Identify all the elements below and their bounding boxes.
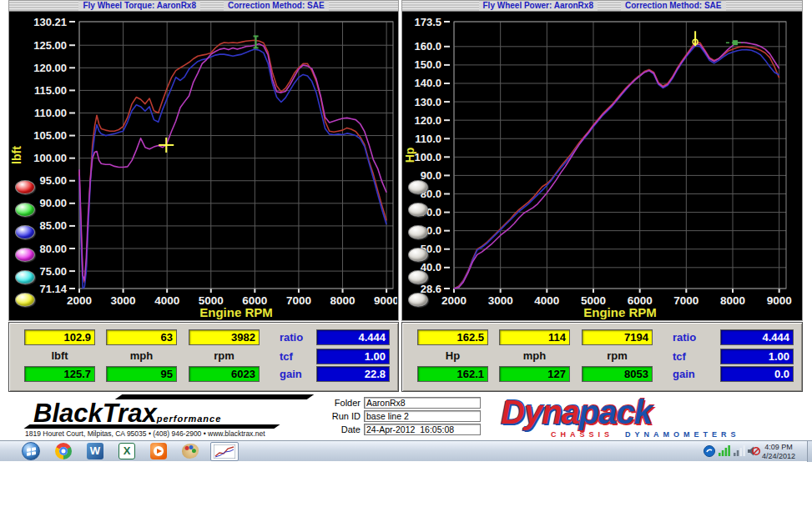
x-tick-label: 3000 [488, 294, 513, 307]
date-label: Date [324, 424, 361, 435]
power-channel-button-4[interactable] [408, 248, 428, 262]
torque-peak-mph: 95 [106, 366, 177, 382]
torque-chart-title: Fly Wheel Torque: AaronRx8 [78, 1, 200, 11]
y-tick-label: 100.0 [414, 151, 441, 163]
ratio-value: 4.444 [720, 329, 794, 345]
x-tick-label: 8000 [330, 294, 356, 307]
torque-channel-button-5[interactable] [15, 270, 35, 284]
torque-chart-titlebar[interactable]: Fly Wheel Torque: AaronRx8 Correction Me… [9, 1, 398, 12]
cursor-line-marker[interactable] [693, 31, 698, 46]
gain-label: gain [280, 366, 316, 382]
tray-app-icon[interactable] [704, 445, 715, 457]
network-signal-icon[interactable] [734, 445, 745, 456]
chrome-icon[interactable] [55, 443, 72, 459]
excel-icon[interactable]: X [119, 443, 135, 459]
power-chart-titlebar[interactable]: Fly Wheel Power: AaronRx8 Correction Met… [402, 1, 802, 12]
folder-field[interactable] [364, 397, 481, 409]
y-tick-label: 120.0 [414, 114, 441, 127]
cursor-cross-marker[interactable] [159, 138, 174, 153]
torque-plot-area[interactable]: 130.21125.00120.00115.00110.00105.00100.… [10, 13, 397, 319]
windows-flag-icon [27, 447, 36, 456]
taskbar-clock[interactable]: 4:09 PM 4/24/2012 [755, 443, 802, 460]
y-axis-title: Hp [403, 148, 416, 163]
blacktrax-tagline: performance [157, 414, 222, 424]
y-tick-label: 130.0 [414, 96, 441, 108]
y-tick-label: 80.00 [39, 243, 67, 255]
torque-cursor-mph: 63 [106, 329, 177, 345]
y-tick-label: 105.00 [33, 129, 67, 142]
peak-ibeam-marker[interactable] [254, 36, 259, 48]
power-cursor-mph: 114 [499, 329, 570, 345]
mph-unit-label: mph [499, 349, 570, 362]
torque-series-magenta [79, 44, 386, 280]
x-tick-label: 3000 [111, 294, 136, 307]
x-axis-title: Engine RPM [583, 305, 657, 319]
blacktrax-bottom-bar [23, 424, 280, 429]
power-series-magenta [454, 43, 779, 289]
y-tick-label: 28.6 [421, 283, 441, 295]
rpm-unit-label: rpm [582, 349, 653, 362]
y-tick-label: 85.00 [39, 219, 67, 232]
power-peak-rpm: 8053 [582, 366, 653, 382]
power-chart-title: Fly Wheel Power: AaronRx8 [479, 1, 598, 11]
power-chart-svg: 173.5160.0150.0140.0130.0120.0110.0100.0… [403, 13, 801, 319]
x-tick-label: 9000 [767, 294, 792, 307]
power-channel-button-2[interactable] [408, 203, 428, 217]
ratio-label: ratio [673, 329, 709, 345]
run-id-field[interactable] [364, 410, 481, 422]
power-channel-button-3[interactable] [408, 225, 428, 239]
folder-label: Folder [324, 397, 361, 409]
x-tick-label: 7000 [286, 294, 311, 307]
y-tick-label: 100.00 [33, 152, 67, 164]
power-plot-area[interactable]: 173.5160.0150.0140.0130.0120.0110.0100.0… [403, 13, 801, 319]
date-field[interactable] [364, 424, 481, 435]
power-correction-method: Correction Method: SAE [621, 1, 726, 11]
dyno-app-taskbar-button[interactable] [210, 442, 239, 461]
y-tick-label: 173.5 [414, 16, 441, 28]
blacktrax-address: 1819 Houret Court, Milpitas, CA 95035 • … [25, 429, 265, 438]
dynapack-subtitle: CHASSISDYNAMOMETERS [551, 430, 740, 439]
power-peak-value: 162.1 [417, 366, 488, 382]
tcf-label: tcf [673, 349, 709, 364]
torque-correction-method: Correction Method: SAE [224, 1, 329, 11]
power-cursor-value: 162.5 [417, 329, 488, 345]
torque-channel-button-1[interactable] [15, 180, 35, 194]
torque-channel-button-3[interactable] [15, 225, 35, 239]
power-channel-button-5[interactable] [408, 270, 428, 284]
power-cursor-rpm: 7194 [582, 329, 653, 345]
torque-series-blue [79, 49, 386, 289]
paint-icon[interactable] [182, 444, 199, 459]
x-tick-label: 4000 [534, 294, 559, 307]
y-tick-label: 120.00 [33, 62, 67, 74]
y-tick-label: 95.00 [39, 174, 67, 187]
gain-value: 0.0 [720, 366, 794, 382]
y-axis-title: lbft [10, 146, 23, 164]
tcf-label: tcf [280, 349, 316, 364]
x-tick-label: 7000 [673, 294, 699, 307]
torque-channel-button-6[interactable] [15, 293, 35, 307]
y-tick-label: 115.00 [34, 84, 67, 97]
torque-peak-rpm: 6023 [189, 366, 260, 382]
power-channel-button-1[interactable] [408, 180, 428, 194]
torque-channel-button-2[interactable] [15, 203, 35, 217]
x-tick-label: 4000 [154, 294, 179, 307]
media-player-icon[interactable] [150, 443, 167, 459]
torque-peak-value: 125.7 [24, 366, 95, 382]
torque-readout-panel: 102.9 63 3982 lbft mph rpm 125.7 95 6023… [8, 322, 399, 392]
dyno-software-screen: Fly Wheel Torque: AaronRx8 Correction Me… [0, 0, 812, 507]
ratio-label: ratio [280, 329, 316, 345]
torque-series-red [79, 40, 386, 282]
word-icon[interactable]: W [87, 443, 103, 459]
clock-date: 4/24/2012 [755, 452, 802, 461]
network-signal-green-icon[interactable] [719, 445, 730, 456]
chart-app-icon [214, 444, 235, 459]
torque-channel-button-4[interactable] [15, 248, 35, 262]
torque-cursor-rpm: 3982 [189, 329, 260, 345]
show-desktop-button[interactable] [807, 441, 812, 462]
start-button-icon[interactable] [22, 442, 40, 460]
y-tick-label: 110.0 [415, 133, 441, 145]
power-channel-button-6[interactable] [408, 293, 428, 307]
y-tick-label: 125.00 [33, 39, 67, 52]
x-tick-label: 2000 [441, 294, 467, 307]
clock-time: 4:09 PM [755, 443, 802, 452]
